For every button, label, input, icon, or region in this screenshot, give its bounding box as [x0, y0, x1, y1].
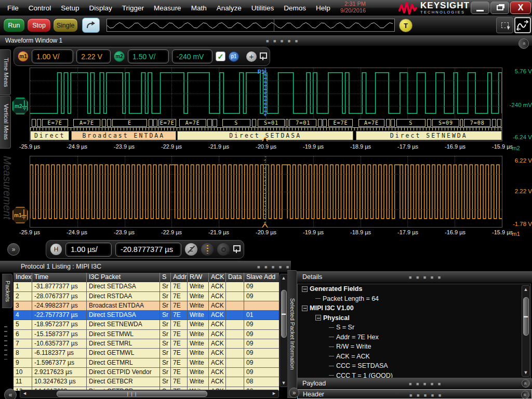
tree-node[interactable]: Addr = 7E Hex: [298, 332, 530, 342]
m1-ground-badge[interactable]: m1: [12, 207, 28, 223]
scroll-down-icon[interactable]: ▼: [522, 370, 529, 375]
tab-vertical-meas[interactable]: Vertical Meas: [0, 96, 11, 149]
timebase-position-field[interactable]: -20.8777377 µs: [115, 243, 181, 257]
scroll-right-icon[interactable]: ►: [272, 391, 276, 396]
menu-item-math[interactable]: Math: [191, 4, 207, 12]
search-button[interactable]: [217, 243, 230, 256]
pin-icon[interactable]: [233, 245, 240, 254]
drag-dots[interactable]: ■ ■ ■ ■ ■: [257, 264, 290, 270]
scroll-down-icon[interactable]: ▼: [280, 380, 287, 385]
table-row[interactable]: 7-10.6357377 µsDirect SETMRLSr7EWriteACK…: [14, 339, 279, 349]
column-header-index[interactable]: Index: [14, 273, 32, 282]
drag-dots[interactable]: ■ ■ ■ ■ ■: [409, 393, 443, 398]
column-header-ack[interactable]: ACK: [209, 273, 226, 282]
header-section-bar[interactable]: Header ■ ■ ■ ■ ■ «: [297, 389, 532, 399]
tree-node[interactable]: CCC T = 1 (GOOD): [298, 371, 530, 379]
zoom-reset-button[interactable]: Z: [185, 243, 197, 256]
tree-node[interactable]: Generated Fields: [298, 284, 530, 294]
scrollbar-grip[interactable]: ❘❘❘: [57, 391, 207, 397]
tree-node[interactable]: R/W = Write: [298, 342, 530, 352]
menu-item-display[interactable]: Display: [89, 4, 112, 12]
drag-dots[interactable]: ■ ■ ■ ■ ■: [409, 381, 442, 387]
column-header-s[interactable]: S: [160, 273, 171, 282]
decode-packet[interactable]: Direct SETNEWDA: [356, 131, 502, 140]
timebase-scale-field[interactable]: 1.00 µs/: [65, 243, 112, 257]
restore-button[interactable]: [490, 2, 509, 14]
decode-packet[interactable]: Direct: [30, 131, 69, 140]
channel-m1-badge[interactable]: m1: [18, 51, 29, 62]
table-row[interactable]: 1110.3247623 µsDirect GETBCRSr7EWriteACK…: [14, 377, 279, 387]
table-row[interactable]: 2-28.0767377 µsDirect RSTDAASr7EWriteACK…: [14, 292, 279, 301]
table-row[interactable]: 8-6.1182377 µsDirect GETMWLSr7EWriteACK0…: [14, 349, 279, 358]
expand-hbar-button[interactable]: »: [7, 243, 20, 256]
details-vertical-scrollbar[interactable]: ▲ ▬ ▼: [522, 285, 530, 377]
menu-item-analyze[interactable]: Analyze: [217, 4, 242, 12]
p1-badge[interactable]: p1: [229, 51, 239, 62]
column-header-time[interactable]: Time: [32, 273, 87, 282]
scroll-up-icon[interactable]: ▲: [522, 287, 529, 292]
tree-expander-icon[interactable]: [315, 315, 321, 321]
tree-node[interactable]: ACK = ACK: [298, 352, 530, 362]
column-header-data[interactable]: Data: [226, 273, 244, 282]
tree-node[interactable]: MIPI I3C V1.00: [298, 303, 530, 313]
column-header-r-w[interactable]: R/W: [188, 273, 209, 282]
m2-ground-badge[interactable]: m2: [12, 98, 28, 114]
payload-section-bar[interactable]: Payload ■ ■ ■ ■ ■ «: [297, 378, 532, 389]
expand-header-button[interactable]: «: [521, 391, 529, 399]
collapse-window-button[interactable]: »: [518, 38, 529, 49]
column-header-addr[interactable]: Addr: [171, 273, 188, 282]
menu-item-demos[interactable]: Demos: [284, 4, 306, 12]
stop-button[interactable]: Stop: [27, 18, 51, 32]
m1-scale-field[interactable]: 1.00 V/: [32, 49, 73, 63]
tree-node[interactable]: S = Sr: [298, 323, 530, 332]
menu-item-setup[interactable]: Setup: [61, 4, 79, 12]
waveform-preview-strip[interactable]: [107, 19, 395, 32]
region-select-button[interactable]: [496, 17, 513, 33]
menu-item-control[interactable]: Control: [29, 4, 51, 12]
table-row[interactable]: 102.9217623 µsDirect GETPID VendorSr7EWr…: [14, 368, 279, 377]
scroll-left-icon[interactable]: ◄: [22, 391, 27, 396]
table-row[interactable]: 6-15.1587377 µsDirect SETMWLSr7EWriteACK…: [14, 330, 279, 339]
tab-packets[interactable]: Packets: [2, 274, 12, 308]
close-button[interactable]: X: [510, 2, 531, 14]
drag-dots[interactable]: ■ ■ ■ ■ ■: [409, 275, 442, 280]
m1-offset-field[interactable]: 2.22 V: [76, 49, 111, 63]
horizontal-badge[interactable]: H: [50, 244, 62, 255]
drag-dots[interactable]: ■ ■ ■ ■ ■: [266, 38, 299, 44]
tree-expander-icon[interactable]: [302, 286, 308, 292]
plot-m1-clock[interactable]: [30, 156, 502, 228]
protocol-panel-titlebar[interactable]: Protocol 1 Listing : MIPI I3C ■ ■ ■ ■ ■: [0, 261, 291, 272]
tree-expander-icon[interactable]: [302, 305, 308, 311]
panel-drag-dots[interactable]: [4, 326, 7, 360]
table-vertical-scrollbar[interactable]: ▲ ▬ ▼: [280, 274, 288, 387]
table-horizontal-scrollbar[interactable]: ◄ ❘❘❘ ►: [20, 390, 279, 398]
table-row[interactable]: 9-1.5967377 µsDirect GETMRLSr7EWriteACK0…: [14, 358, 279, 368]
table-row[interactable]: 5-18.9572377 µsDirect SETNEWDASr7EWriteA…: [14, 320, 279, 329]
menu-item-utilities[interactable]: Utilities: [251, 4, 274, 12]
tree-node[interactable]: Packet Length = 64: [298, 294, 530, 304]
single-button[interactable]: Single: [53, 18, 78, 32]
column-header-slave-add[interactable]: Slave Add: [244, 273, 279, 282]
menu-item-trigger[interactable]: Trigger: [122, 4, 144, 12]
protocol-listing-table[interactable]: IndexTimeI3C PacketSAddrR/WACKDataSlave …: [14, 273, 279, 391]
add-marker-button[interactable]: +: [246, 51, 257, 62]
m2-scale-field[interactable]: 1.50 V/: [128, 49, 169, 63]
tab-selected-packet-information[interactable]: Selected Packet Information: [287, 270, 297, 398]
tree-node[interactable]: Physical: [298, 313, 530, 323]
cursor-dots-button[interactable]: [201, 243, 214, 256]
tree-node[interactable]: CCC = SETDASA: [298, 361, 530, 371]
collapse-table-button[interactable]: «: [4, 389, 17, 399]
details-tree[interactable]: Generated FieldsPacket Length = 64MIPI I…: [297, 284, 531, 378]
table-row[interactable]: 1-31.8777377 µsDirect SETDASASr7EWriteAC…: [14, 282, 279, 291]
scroll-up-icon[interactable]: ▲: [280, 275, 287, 281]
menu-item-measure[interactable]: Measure: [154, 4, 181, 12]
expand-payload-button[interactable]: «: [522, 379, 530, 388]
table-row[interactable]: 3-24.9982377 µsBroadcast ENTDAASr7EWrite…: [14, 301, 279, 311]
pin-icon[interactable]: [260, 52, 266, 61]
expand-details-button[interactable]: »: [289, 388, 299, 398]
m2-offset-field[interactable]: -240 mV: [172, 49, 213, 63]
channel-m2-badge[interactable]: m2: [114, 51, 125, 62]
p1-visible-checkbox[interactable]: ✓: [216, 51, 225, 61]
table-row[interactable]: 4-22.7577377 µsDirect SETDASASr7EWriteAC…: [14, 311, 279, 320]
details-titlebar[interactable]: Details ■ ■ ■ ■ ■: [297, 271, 532, 283]
